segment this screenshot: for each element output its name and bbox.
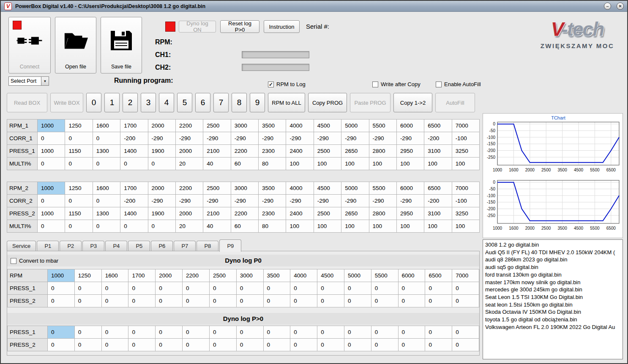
table-cell[interactable]: 1900 xyxy=(148,207,175,220)
table-cell[interactable]: 0 xyxy=(290,339,317,351)
table-cell[interactable]: 0 xyxy=(101,282,128,295)
table-cell[interactable]: 0 xyxy=(38,195,65,207)
table-cell[interactable]: 6000 xyxy=(398,269,425,282)
table-cell[interactable]: 3100 xyxy=(424,145,452,158)
table-cell[interactable]: 60 xyxy=(231,158,258,170)
table-cell[interactable]: 2500 xyxy=(203,182,231,195)
table-cell[interactable]: 0 xyxy=(48,326,75,339)
file-list[interactable]: 3008 1.2 go digital.binAudi Q5 II (FY FL… xyxy=(483,239,623,359)
table-cell[interactable]: 5000 xyxy=(344,269,371,282)
table-cell[interactable]: -290 xyxy=(175,195,203,207)
digit-button-7[interactable]: 7 xyxy=(213,93,229,112)
table-cell[interactable]: 0 xyxy=(263,295,290,307)
table-cell[interactable]: 2000 xyxy=(148,182,175,195)
table-cell[interactable]: 0 xyxy=(156,295,183,307)
table-cell[interactable]: 0 xyxy=(398,282,425,295)
table-cell[interactable]: 6500 xyxy=(425,269,452,282)
table-cell[interactable]: 4500 xyxy=(314,182,341,195)
table-cell[interactable]: 2200 xyxy=(231,207,258,220)
file-list-item[interactable]: master 170km nowy silnik go digital.bin xyxy=(485,279,620,286)
table-cell[interactable]: 1150 xyxy=(65,145,93,158)
table-cell[interactable]: 0 xyxy=(317,326,344,339)
file-list-item[interactable]: audi q8 286km 2023 go digital.bin xyxy=(485,256,620,263)
table-cell[interactable]: 0 xyxy=(398,326,425,339)
table-cell[interactable]: 2400 xyxy=(286,207,314,220)
table-cell[interactable]: 5500 xyxy=(369,182,396,195)
table-cell[interactable]: 0 xyxy=(74,326,101,339)
table-cell[interactable]: -290 xyxy=(231,195,258,207)
table-cell[interactable]: 40 xyxy=(203,220,231,233)
table-cell[interactable]: 0 xyxy=(128,295,156,307)
table-cell[interactable]: 100 xyxy=(369,220,396,233)
table-cell[interactable]: 0 xyxy=(128,326,156,339)
minimize-button[interactable]: – xyxy=(604,3,611,10)
digit-button-6[interactable]: 6 xyxy=(195,93,210,112)
tab-p8[interactable]: P8 xyxy=(197,241,218,251)
table-cell[interactable]: 100 xyxy=(396,158,424,170)
autofill-button[interactable]: AutoFill xyxy=(435,93,475,112)
tab-service[interactable]: Service xyxy=(7,241,36,251)
table-cell[interactable]: 80 xyxy=(259,158,286,170)
file-list-item[interactable]: Seat Leon 1.5 TSI 130KM Go Digital.bin xyxy=(485,293,620,301)
table-cell[interactable]: 5000 xyxy=(341,120,369,132)
table-cell[interactable]: -290 xyxy=(286,195,314,207)
file-list-item[interactable]: audi sq5 go digital.bin xyxy=(485,263,620,271)
tab-p3[interactable]: P3 xyxy=(82,241,104,251)
table-cell[interactable]: 5500 xyxy=(371,269,398,282)
table-cell[interactable]: 2000 xyxy=(175,207,203,220)
instruction-button[interactable]: Instruction xyxy=(264,20,300,33)
copy-1-to-2-button[interactable]: Copy 1->2 xyxy=(393,93,432,112)
table-cell[interactable]: 2650 xyxy=(341,145,369,158)
table-cell[interactable]: 100 xyxy=(369,158,396,170)
checkbox-box[interactable] xyxy=(436,81,442,87)
table-cell[interactable]: 0 xyxy=(452,295,479,307)
table-cell[interactable]: 0 xyxy=(371,326,398,339)
table-cell[interactable]: 0 xyxy=(183,326,210,339)
table-cell[interactable]: 0 xyxy=(317,339,344,351)
tab-p1[interactable]: P1 xyxy=(37,241,59,251)
table-cell[interactable]: 0 xyxy=(425,295,452,307)
table-cell[interactable]: 0 xyxy=(263,326,290,339)
table-cell[interactable]: 1600 xyxy=(93,182,120,195)
table-cell[interactable]: 100 xyxy=(341,220,369,233)
table-cell[interactable]: 4000 xyxy=(286,120,314,132)
table-cell[interactable]: 6500 xyxy=(424,182,452,195)
table-cell[interactable]: 20 xyxy=(175,220,203,233)
table-cell[interactable]: 1600 xyxy=(101,269,128,282)
table-cell[interactable]: 2100 xyxy=(203,145,231,158)
table-cell[interactable]: 2200 xyxy=(175,182,203,195)
save-file-button[interactable]: Save file xyxy=(101,17,142,73)
table-cell[interactable]: -200 xyxy=(120,195,148,207)
table-cell[interactable]: 3000 xyxy=(236,269,263,282)
table-cell[interactable]: 1000 xyxy=(38,182,65,195)
table-cell[interactable]: 5000 xyxy=(341,182,369,195)
write-after-copy-checkbox[interactable]: Write after Copy xyxy=(372,81,420,87)
table-cell[interactable]: 0 xyxy=(48,339,75,351)
rpm-to-all-button[interactable]: RPM to ALL xyxy=(268,93,305,112)
table-cell[interactable]: 0 xyxy=(148,220,175,233)
table-cell[interactable]: -290 xyxy=(203,132,231,145)
rpm-to-log-checkbox[interactable]: RPM to Log xyxy=(268,81,306,87)
table-cell[interactable]: 0 xyxy=(209,295,236,307)
table-cell[interactable]: 0 xyxy=(128,282,156,295)
table-cell[interactable]: 0 xyxy=(183,339,210,351)
close-button[interactable]: ✕ xyxy=(617,3,624,10)
table-cell[interactable]: 0 xyxy=(209,326,236,339)
table-cell[interactable]: 0 xyxy=(148,158,175,170)
table-cell[interactable]: 2400 xyxy=(286,145,314,158)
table-cell[interactable]: 0 xyxy=(156,282,183,295)
table-cell[interactable]: 3500 xyxy=(263,269,290,282)
table-cell[interactable]: -290 xyxy=(341,132,369,145)
table-cell[interactable]: 0 xyxy=(290,282,317,295)
table-cell[interactable]: -290 xyxy=(396,195,424,207)
table-cell[interactable]: 0 xyxy=(209,282,236,295)
table-cell[interactable]: 0 xyxy=(128,339,156,351)
table-cell[interactable]: 1300 xyxy=(93,207,120,220)
table-cell[interactable]: -290 xyxy=(314,132,341,145)
table-cell[interactable]: -290 xyxy=(341,195,369,207)
table-cell[interactable]: 0 xyxy=(263,339,290,351)
table-cell[interactable]: -290 xyxy=(175,132,203,145)
file-list-item[interactable]: toyota 1.5 go digital od obciążenia.bin xyxy=(485,316,620,323)
digit-button-5[interactable]: 5 xyxy=(177,93,192,112)
table-cell[interactable]: 0 xyxy=(452,282,479,295)
